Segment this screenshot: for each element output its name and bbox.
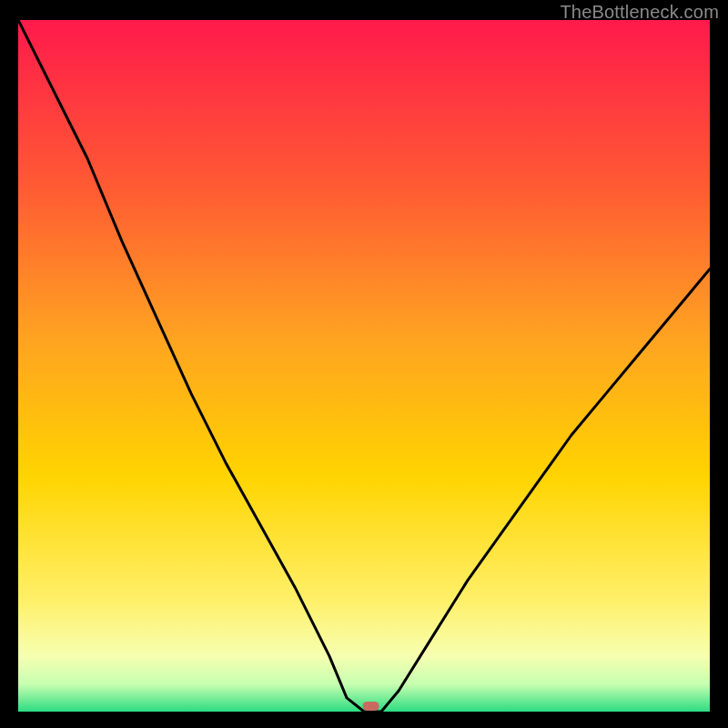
watermark-text: TheBottleneck.com: [560, 2, 719, 23]
chart-frame: TheBottleneck.com: [0, 0, 728, 728]
optimal-point-marker: [363, 702, 379, 711]
chart-svg: [18, 20, 710, 712]
gradient-background: [18, 20, 710, 712]
plot-area: [18, 20, 710, 712]
